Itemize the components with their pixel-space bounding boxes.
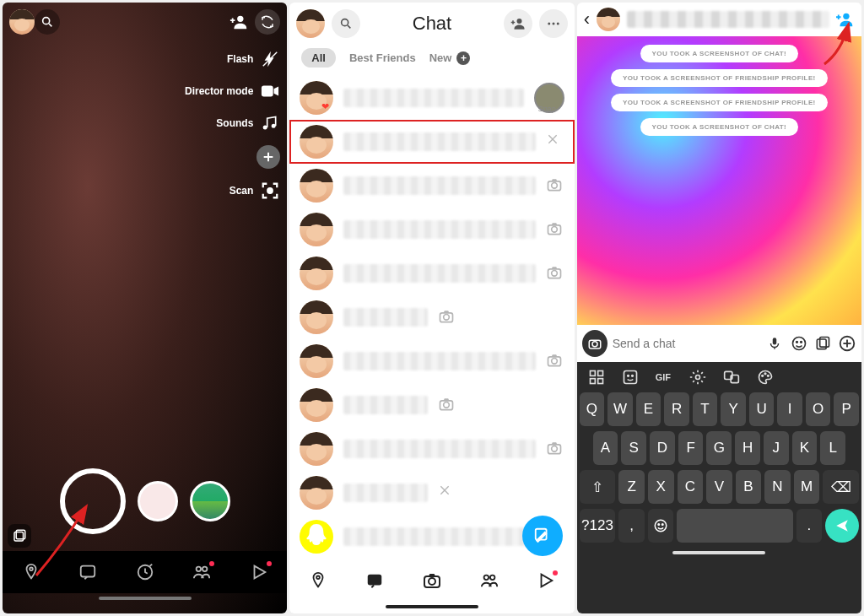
key-space[interactable] (677, 509, 792, 543)
add-friend-button[interactable] (230, 13, 248, 31)
friend-avatar[interactable] (597, 8, 620, 31)
more-plus-button[interactable] (837, 333, 856, 354)
snap-camera-button[interactable] (546, 220, 564, 239)
key-emoji[interactable] (648, 509, 673, 543)
side-plus-button[interactable] (256, 145, 280, 169)
filter-best[interactable]: Best Friends (349, 51, 416, 64)
key-C[interactable]: C (678, 470, 704, 504)
profile-avatar[interactable] (296, 9, 325, 38)
shutter-button[interactable] (60, 468, 126, 534)
new-chat-fab[interactable] (522, 516, 563, 556)
nav-friends[interactable] (192, 563, 211, 581)
kb-grid-button[interactable] (588, 369, 605, 386)
nav-spotlight[interactable] (250, 563, 268, 581)
key-O[interactable]: O (806, 392, 831, 426)
lens-2[interactable] (190, 481, 230, 521)
key-Y[interactable]: Y (721, 392, 746, 426)
key-P[interactable]: P (834, 392, 859, 426)
key-Z[interactable]: Z (618, 470, 645, 504)
dismiss-button[interactable] (438, 484, 456, 502)
key-I[interactable]: I (777, 392, 802, 426)
nav-spotlight[interactable] (537, 571, 555, 590)
key-shift[interactable]: ⇧ (580, 470, 616, 504)
nav-friends[interactable] (480, 571, 499, 590)
kb-gif-button[interactable]: GIF (656, 369, 672, 386)
kb-translate-button[interactable] (723, 369, 740, 386)
filter-new[interactable]: New+ (429, 51, 471, 65)
director-mode-toggle[interactable]: Director mode (185, 81, 280, 101)
key-L[interactable]: L (820, 431, 845, 465)
key-symbols[interactable]: ?123 (580, 509, 616, 543)
key-B[interactable]: B (736, 470, 762, 504)
key-R[interactable]: R (664, 392, 689, 426)
snap-camera-button[interactable] (438, 308, 456, 327)
dismiss-button[interactable] (546, 132, 564, 151)
profile-avatar[interactable] (9, 9, 35, 35)
key-X[interactable]: X (648, 470, 674, 504)
flash-toggle[interactable]: Flash (227, 49, 280, 69)
filter-all[interactable]: All (301, 48, 336, 68)
key-T[interactable]: T (693, 392, 718, 426)
key-A[interactable]: A (593, 431, 618, 465)
snap-camera-button[interactable] (546, 352, 564, 370)
chat-row[interactable] (289, 339, 574, 383)
search-button[interactable] (332, 9, 360, 38)
nav-map[interactable] (309, 571, 327, 590)
chat-row[interactable] (289, 251, 574, 295)
nav-chat[interactable] (78, 563, 97, 581)
chat-row[interactable] (289, 383, 574, 427)
key-E[interactable]: E (636, 392, 662, 426)
gallery-button[interactable] (813, 333, 833, 354)
chat-messages-area[interactable]: YOU TOOK A SCREENSHOT OF CHAT!YOU TOOK A… (577, 36, 861, 325)
key-J[interactable]: J (764, 431, 789, 465)
camera-button[interactable] (582, 330, 608, 357)
snap-camera-button[interactable] (546, 440, 564, 458)
key-backspace[interactable]: ⌫ (823, 470, 859, 504)
chat-row[interactable] (289, 295, 574, 339)
lens-1[interactable] (138, 481, 178, 521)
key-K[interactable]: K (792, 431, 818, 465)
key-H[interactable]: H (735, 431, 760, 465)
key-send[interactable] (825, 509, 859, 543)
search-button[interactable] (35, 9, 60, 35)
chat-text-input[interactable] (613, 337, 760, 350)
snap-camera-button[interactable] (546, 176, 564, 195)
chat-row[interactable] (289, 120, 574, 164)
key-V[interactable]: V (706, 470, 732, 504)
nav-discover[interactable] (136, 563, 154, 581)
key-S[interactable]: S (621, 431, 646, 465)
key-period[interactable]: . (796, 509, 822, 543)
key-Q[interactable]: Q (580, 392, 605, 426)
key-D[interactable]: D (650, 431, 675, 465)
nav-chat[interactable] (365, 571, 384, 590)
key-N[interactable]: N (764, 470, 791, 504)
nav-camera[interactable] (422, 570, 442, 591)
key-G[interactable]: G (706, 431, 732, 465)
chat-row[interactable] (289, 164, 574, 208)
voice-button[interactable] (765, 333, 785, 354)
key-U[interactable]: U (749, 392, 775, 426)
more-button[interactable] (539, 9, 568, 38)
kb-theme-button[interactable] (757, 369, 774, 386)
snap-camera-button[interactable] (438, 396, 456, 414)
key-comma[interactable]: , (618, 509, 644, 543)
chat-row[interactable] (289, 427, 574, 471)
friendship-profile-button[interactable] (836, 10, 855, 29)
snap-camera-button[interactable] (546, 264, 564, 283)
add-friend-button[interactable] (504, 9, 532, 38)
key-W[interactable]: W (608, 392, 633, 426)
emoji-button[interactable] (789, 333, 808, 354)
back-button[interactable]: ‹ (584, 8, 590, 30)
kb-settings-button[interactable] (689, 369, 706, 386)
flip-camera-button[interactable] (255, 9, 280, 35)
nav-map[interactable] (22, 563, 40, 581)
kb-sticker-button[interactable] (622, 369, 639, 386)
chat-list[interactable]: ❤Snap (289, 76, 574, 559)
key-M[interactable]: M (794, 470, 820, 504)
sounds-button[interactable]: Sounds (216, 113, 280, 133)
chat-row[interactable]: ❤Snap (289, 76, 574, 120)
key-F[interactable]: F (678, 431, 704, 465)
chat-row[interactable] (289, 208, 574, 251)
chat-row[interactable] (289, 471, 574, 515)
scan-button[interactable]: Scan (230, 181, 281, 201)
